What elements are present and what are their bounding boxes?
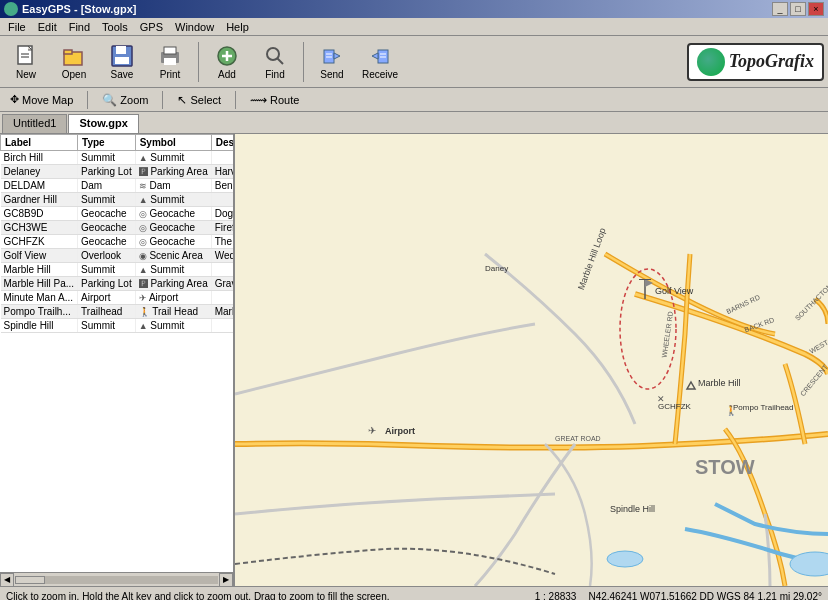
logo-globe xyxy=(697,48,725,76)
cell-label: DELDAM xyxy=(1,179,78,193)
cell-desc: Harvard xyxy=(211,165,233,179)
horizontal-scrollbar[interactable]: ◀ ▶ xyxy=(0,572,233,586)
cell-label: GCH3WE xyxy=(1,221,78,235)
table-row[interactable]: Marble Hill Summit ▲ Summit xyxy=(1,263,234,277)
new-button[interactable]: New xyxy=(4,39,48,85)
title-bar: EasyGPS - [Stow.gpx] _ □ × xyxy=(0,0,828,18)
move-map-button[interactable]: ✥ Move Map xyxy=(4,92,79,107)
tab-bar: Untitled1 Stow.gpx xyxy=(0,112,828,134)
cell-symbol: 🅿 Parking Area xyxy=(135,277,211,291)
svg-line-15 xyxy=(277,58,283,64)
print-button[interactable]: Print xyxy=(148,39,192,85)
menu-help[interactable]: Help xyxy=(220,20,255,34)
table-row[interactable]: DELDAM Dam ≋ Dam Ben Sma xyxy=(1,179,234,193)
receive-label: Receive xyxy=(362,69,398,80)
svg-rect-30 xyxy=(639,279,651,280)
svg-text:Airport: Airport xyxy=(385,426,415,436)
move-map-label: Move Map xyxy=(22,94,73,106)
cell-type: Geocache xyxy=(78,235,136,249)
cell-type: Geocache xyxy=(78,221,136,235)
send-button[interactable]: Send xyxy=(310,39,354,85)
data-table[interactable]: Label Type Symbol Descri Birch Hill Summ… xyxy=(0,134,233,572)
window-controls[interactable]: _ □ × xyxy=(772,2,824,16)
table-row[interactable]: GC8B9D Geocache ◎ Geocache Dogs at xyxy=(1,207,234,221)
scroll-right-button[interactable]: ▶ xyxy=(219,573,233,587)
cell-symbol: 🚶 Trail Head xyxy=(135,305,211,319)
table-row[interactable]: Birch Hill Summit ▲ Summit xyxy=(1,151,234,165)
minimize-button[interactable]: _ xyxy=(772,2,788,16)
find-label: Find xyxy=(265,69,284,80)
table-row[interactable]: Marble Hill Pa... Parking Lot 🅿 Parking … xyxy=(1,277,234,291)
toolbar2-sep-3 xyxy=(235,91,236,109)
col-type[interactable]: Type xyxy=(78,135,136,151)
open-label: Open xyxy=(62,69,86,80)
send-label: Send xyxy=(320,69,343,80)
cell-type: Summit xyxy=(78,151,136,165)
cell-desc: Wedgew xyxy=(211,249,233,263)
scroll-left-button[interactable]: ◀ xyxy=(0,573,14,587)
main-toolbar: New Open Save Print Add Find xyxy=(0,36,828,88)
cell-symbol: ▲ Summit xyxy=(135,151,211,165)
svg-point-27 xyxy=(607,551,643,567)
zoom-button[interactable]: 🔍 Zoom xyxy=(96,92,154,108)
scroll-track[interactable] xyxy=(15,576,218,584)
new-label: New xyxy=(16,69,36,80)
toolbar-sep-2 xyxy=(303,42,304,82)
table-row[interactable]: Delaney Parking Lot 🅿 Parking Area Harva… xyxy=(1,165,234,179)
cell-label: Pompo Trailh... xyxy=(1,305,78,319)
cell-desc xyxy=(211,193,233,207)
table-row[interactable]: Gardner Hill Summit ▲ Summit xyxy=(1,193,234,207)
map-area[interactable]: ✕ 🚶 ✈ Marble Hill Loop Golf View Marble … xyxy=(235,134,828,586)
status-position: N42,46241 W071,51662 DD WGS 84 1,21 mi 2… xyxy=(588,591,822,600)
cell-desc xyxy=(211,151,233,165)
open-button[interactable]: Open xyxy=(52,39,96,85)
svg-rect-10 xyxy=(164,58,176,65)
status-bar: Click to zoom in. Hold the Alt key and c… xyxy=(0,586,828,600)
cell-symbol: ◎ Geocache xyxy=(135,207,211,221)
svg-text:STOW: STOW xyxy=(695,456,755,478)
menu-file[interactable]: File xyxy=(2,20,32,34)
menu-find[interactable]: Find xyxy=(63,20,96,34)
tab-stow[interactable]: Stow.gpx xyxy=(68,114,138,133)
col-desc[interactable]: Descri xyxy=(211,135,233,151)
status-scale: 1 : 28833 xyxy=(535,591,577,600)
table-row[interactable]: GCH3WE Geocache ◎ Geocache Firefigh xyxy=(1,221,234,235)
svg-text:Spindle Hill: Spindle Hill xyxy=(610,504,655,514)
col-label[interactable]: Label xyxy=(1,135,78,151)
col-symbol[interactable]: Symbol xyxy=(135,135,211,151)
select-button[interactable]: ↖ Select xyxy=(171,92,227,108)
menu-tools[interactable]: Tools xyxy=(96,20,134,34)
svg-text:Golf View: Golf View xyxy=(655,286,694,296)
close-button[interactable]: × xyxy=(808,2,824,16)
cell-type: Parking Lot xyxy=(78,165,136,179)
cell-type: Summit xyxy=(78,319,136,333)
tab-untitled1[interactable]: Untitled1 xyxy=(2,114,67,133)
cell-desc: Dogs at xyxy=(211,207,233,221)
route-button[interactable]: ⟿ Route xyxy=(244,92,305,108)
add-icon xyxy=(215,44,239,68)
table-row[interactable]: Minute Man A... Airport ✈ Airport xyxy=(1,291,234,305)
menu-gps[interactable]: GPS xyxy=(134,20,169,34)
find-button[interactable]: Find xyxy=(253,39,297,85)
menu-bar: File Edit Find Tools GPS Window Help xyxy=(0,18,828,36)
table-row[interactable]: Spindle Hill Summit ▲ Summit xyxy=(1,319,234,333)
add-button[interactable]: Add xyxy=(205,39,249,85)
svg-rect-4 xyxy=(64,50,72,54)
receive-icon xyxy=(368,44,392,68)
restore-button[interactable]: □ xyxy=(790,2,806,16)
table-row[interactable]: Pompo Trailh... Trailhead 🚶 Trail Head M… xyxy=(1,305,234,319)
send-icon xyxy=(320,44,344,68)
add-label: Add xyxy=(218,69,236,80)
save-button[interactable]: Save xyxy=(100,39,144,85)
cell-symbol: ◎ Geocache xyxy=(135,221,211,235)
cell-symbol: ◉ Scenic Area xyxy=(135,249,211,263)
zoom-icon: 🔍 xyxy=(102,93,117,107)
cell-label: GC8B9D xyxy=(1,207,78,221)
receive-button[interactable]: Receive xyxy=(358,39,402,85)
scroll-thumb[interactable] xyxy=(15,576,45,584)
menu-edit[interactable]: Edit xyxy=(32,20,63,34)
table-row[interactable]: Golf View Overlook ◉ Scenic Area Wedgew xyxy=(1,249,234,263)
table-row[interactable]: GCHFZK Geocache ◎ Geocache The Lost xyxy=(1,235,234,249)
menu-window[interactable]: Window xyxy=(169,20,220,34)
toolbar2-sep-1 xyxy=(87,91,88,109)
